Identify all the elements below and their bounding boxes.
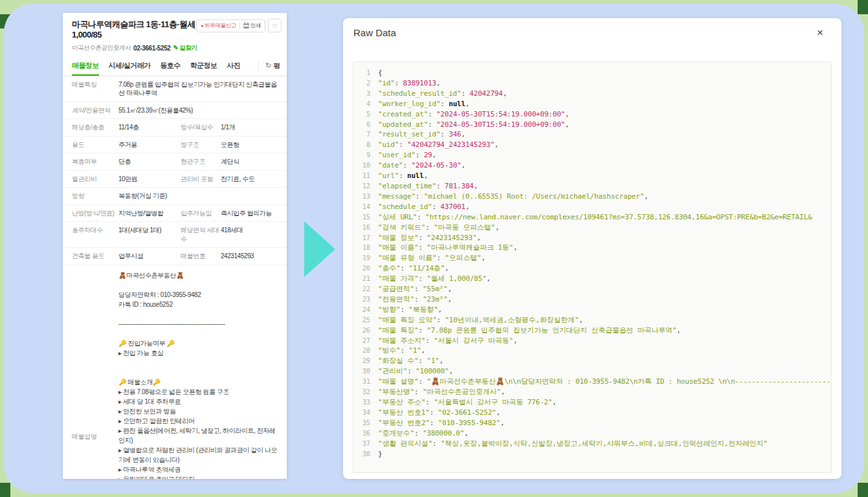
code-token: , <box>565 109 569 120</box>
tab-학군정보[interactable]: 학군정보 <box>190 61 217 76</box>
print-button[interactable]: 인쇄 <box>243 22 261 30</box>
table-row: 총주차대수1대(세대당 1대)해당면적 세대수418세대 <box>63 222 287 248</box>
code-token: "result_set_id" <box>378 129 440 140</box>
corner-accent <box>858 0 868 14</box>
code-token: "중개보수" <box>378 428 414 439</box>
code-token: "마곡나루역캐슬파크 1동" <box>427 243 513 253</box>
unit-toggle-button[interactable]: ↻ 평 <box>258 61 280 71</box>
line-number: 14 <box>353 202 378 212</box>
code-token: : <box>399 140 407 150</box>
description-line: ▸ 완전 풀옵션(에어컨, 세탁기, 냉장고, 하이라이트, 전자레인지) <box>118 426 279 445</box>
close-icon[interactable]: × <box>813 26 827 40</box>
code-token: , <box>461 160 465 171</box>
code-line: 17"매물 정보": "2423145293", <box>353 233 831 243</box>
description-line: ▸ 올림픽대로 초입구 대단지 <box>118 474 279 480</box>
code-token: , <box>447 294 451 305</box>
code-token: "관리비" <box>378 366 407 377</box>
description-line: 🧸마곡선수촌부동산🧸 <box>118 271 279 280</box>
directions-link[interactable]: ✎ 길찾기 <box>173 44 197 52</box>
code-line: 37"생활 편의시설": "책상,옷장,붙박이장,식탁,신발장,냉장고,세탁기,… <box>353 439 831 449</box>
code-line: 16"검색 키워드": "마곡동 오피스텔", <box>353 223 831 233</box>
row-value: 10만원 <box>118 175 181 184</box>
code-token: , <box>579 315 583 326</box>
pencil-icon: ✎ <box>173 44 179 51</box>
line-number: 13 <box>353 192 378 202</box>
code-viewer[interactable]: 1{2"id": 83891013,3"schedule_result_id":… <box>353 61 832 473</box>
tab-시세/실거래가[interactable]: 시세/실거래가 <box>109 61 151 76</box>
code-line: 12"elapsed_time": 781.384, <box>353 181 831 192</box>
code-token: "매물 유형 이름" <box>378 253 437 263</box>
report-print-pill[interactable]: ● 허위매물신고 인쇄 <box>196 19 265 32</box>
code-token: : <box>416 150 424 160</box>
code-token: 346 <box>449 129 461 140</box>
code-token: , <box>461 129 465 140</box>
row-label: 입주가능일 <box>181 209 221 218</box>
code-token: : <box>407 366 416 377</box>
code-token: "매물 특징 요약" <box>378 315 437 326</box>
code-token: , <box>495 140 498 150</box>
code-token: , <box>552 397 556 408</box>
code-token: : <box>416 192 424 202</box>
row-label: 방수/욕실수 <box>181 123 221 132</box>
line-number: 27 <box>353 336 378 346</box>
raw-data-header: Raw Data × <box>343 18 841 48</box>
code-token: "2423145293" <box>427 233 476 243</box>
code-token: : <box>418 326 427 336</box>
tab-매물정보[interactable]: 매물정보 <box>72 61 99 76</box>
code-line: 24"방향": "북동향", <box>353 305 831 315</box>
code-token: "월세 1,000/85" <box>427 274 486 284</box>
tab-동호수[interactable]: 동호수 <box>160 61 180 76</box>
code-token: 781.384 <box>445 181 474 192</box>
code-token: , <box>465 202 469 212</box>
code-token: "서울시 강서구 마곡동" <box>434 336 513 346</box>
code-line: 13"message": "michael (0..65535) Root: /… <box>353 192 831 202</box>
row-label: 총주차대수 <box>72 226 118 243</box>
code-token: 437001 <box>440 202 465 212</box>
line-number: 11 <box>353 171 378 181</box>
code-token: , <box>465 99 469 109</box>
code-token: : <box>437 315 445 326</box>
code-token: : <box>440 129 449 140</box>
code-line: 10"date": "2024-05-30", <box>353 160 831 171</box>
code-token: "elapsed_time" <box>378 181 436 192</box>
code-token: "전용면적" <box>378 294 414 305</box>
row-value: 지역난방/열병합 <box>118 209 181 218</box>
table-row: 월관리비10만원관리비 포함전기료, 수도 <box>63 171 287 188</box>
code-token: "상세 URL" <box>378 212 417 223</box>
tab-사진[interactable]: 사진 <box>227 61 240 76</box>
code-token: "1" <box>427 356 439 366</box>
favorite-star-button[interactable]: ☆ <box>268 19 282 32</box>
code-token: "공급면적" <box>378 284 414 294</box>
description-line: ▸ 안전한 보안과 방음 <box>118 406 279 416</box>
code-token: "11/14층" <box>408 263 445 274</box>
line-number: 15 <box>353 212 378 223</box>
code-token: "방향" <box>378 305 400 315</box>
code-token: 83891013 <box>403 78 436 89</box>
report-listing-button[interactable]: 허위매물신고 <box>205 22 236 30</box>
code-line: 15"상세 URL": "https://new.land.naver.com/… <box>353 212 831 223</box>
code-token: "url" <box>378 171 399 181</box>
row-label: 복층여부 <box>72 157 118 166</box>
code-token: : <box>437 253 445 263</box>
code-line: 11"url": null, <box>353 171 831 181</box>
description-line: ▸ 전용 7.08평으로 넓은 오픈형 원룸 구조 <box>118 387 279 397</box>
listing-title: 마곡나루역캐슬파크 1동·11층·월세 1,000/85 <box>72 19 208 41</box>
code-token: : <box>395 78 403 89</box>
code-token: : <box>425 336 434 346</box>
description-line <box>118 280 279 290</box>
code-line: 5"created_at": "2024-05-30T15:54:19.000+… <box>353 109 831 120</box>
code-token: "방수" <box>378 346 400 356</box>
code-token: , <box>421 346 425 356</box>
code-token: null <box>449 99 465 109</box>
code-token: : <box>432 202 441 212</box>
code-token: : <box>414 294 423 305</box>
code-token: "schedule_result_id" <box>378 89 461 99</box>
line-number: 22 <box>353 284 378 294</box>
code-token: "🧸마곡선수촌부동산🧸\n\n담당자연락처 : 010-3955-9482\n카… <box>427 377 832 387</box>
description-line: 🔑 전입가능여부 🔑 <box>118 338 279 348</box>
line-number: 34 <box>353 408 378 418</box>
code-line: 9"user_id": 29, <box>353 150 831 160</box>
line-number: 5 <box>353 109 378 120</box>
line-number: 6 <box>353 120 378 130</box>
code-token: "id" <box>378 78 395 89</box>
